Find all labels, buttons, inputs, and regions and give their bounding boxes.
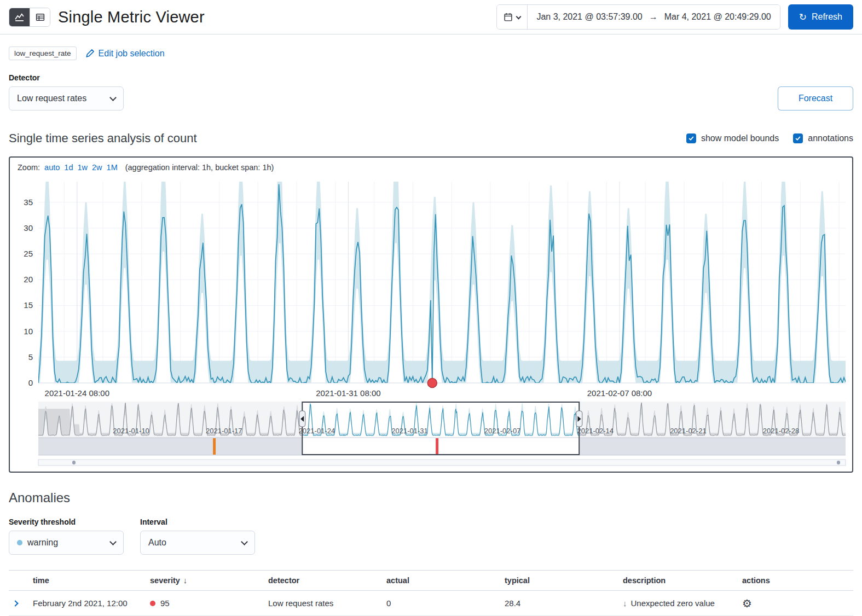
page-title: Single Metric Viewer	[58, 8, 205, 26]
anomalies-controls: Severity threshold warning Interval Auto	[9, 518, 853, 555]
zoom-1M-link[interactable]: 1M	[107, 163, 118, 172]
svg-text:2021-01-24 08:00: 2021-01-24 08:00	[45, 388, 109, 398]
show-model-bounds-label: show model bounds	[701, 133, 779, 143]
column-header-actions: actions	[742, 576, 853, 585]
interval-label: Interval	[140, 518, 255, 526]
anomalies-table: time severity↓ detector actual typical d…	[9, 570, 853, 616]
anomaly-description-text: Unexpected zero value	[631, 598, 715, 608]
detector-field: Detector Low request rates	[9, 73, 124, 111]
interval-value: Auto	[148, 538, 166, 548]
chart-view-button[interactable]	[9, 8, 30, 26]
detector-select[interactable]: Low request rates	[9, 86, 124, 111]
expand-row-button[interactable]	[9, 598, 22, 609]
severity-threshold-select[interactable]: warning	[9, 531, 124, 555]
chevron-down-icon	[109, 538, 117, 545]
svg-text:2021-02-14: 2021-02-14	[577, 427, 614, 435]
severity-threshold-value: warning	[27, 538, 58, 548]
anomaly-severity: 95	[150, 598, 268, 608]
chevron-down-icon	[516, 14, 522, 19]
row-actions-gear-button[interactable]: ⚙	[742, 598, 752, 609]
view-toggle-group	[9, 8, 50, 27]
chevron-right-icon	[12, 600, 18, 606]
zoom-label: Zoom:	[18, 163, 40, 172]
zoom-bar: Zoom: auto 1d 1w 2w 1M (aggregation inte…	[10, 162, 852, 176]
svg-text:20: 20	[24, 275, 33, 284]
svg-text:0: 0	[28, 378, 33, 387]
anomaly-actual: 0	[386, 598, 505, 608]
page-header: Single Metric Viewer Jan 3, 2021 @ 03:57…	[0, 0, 862, 34]
edit-job-selection-label: Edit job selection	[99, 49, 165, 59]
date-range-button[interactable]: Jan 3, 2021 @ 03:57:39.00 → Mar 4, 2021 …	[528, 5, 779, 29]
severity-threshold-label: Severity threshold	[9, 518, 124, 526]
series-section-header: Single time series analysis of count sho…	[9, 131, 853, 146]
series-section-title: Single time series analysis of count	[9, 131, 197, 146]
svg-text:2021-01-10: 2021-01-10	[113, 427, 149, 435]
job-badge: low_request_rate	[9, 47, 77, 60]
annotations-checkbox[interactable]: annotations	[793, 133, 853, 143]
interval-select[interactable]: Auto	[140, 531, 255, 555]
svg-text:35: 35	[24, 197, 33, 207]
svg-text:2021-01-17: 2021-01-17	[206, 427, 242, 435]
arrow-right-icon: →	[649, 12, 658, 22]
edit-job-selection-link[interactable]: Edit job selection	[85, 49, 165, 59]
svg-text:2021-02-21: 2021-02-21	[670, 427, 707, 435]
date-picker: Jan 3, 2021 @ 03:57:39.00 → Mar 4, 2021 …	[496, 4, 780, 30]
svg-text:2021-02-07 08:00: 2021-02-07 08:00	[587, 388, 652, 398]
anomalies-table-header: time severity↓ detector actual typical d…	[9, 570, 853, 591]
table-view-button[interactable]	[30, 8, 50, 26]
column-header-typical: typical	[505, 576, 623, 585]
severity-threshold-field: Severity threshold warning	[9, 518, 124, 555]
refresh-label: Refresh	[812, 12, 842, 22]
zoom-2w-link[interactable]: 2w	[92, 163, 102, 172]
column-header-severity[interactable]: severity↓	[150, 576, 268, 585]
column-header-detector: detector	[268, 576, 386, 585]
anomaly-table-row: February 2nd 2021, 12:00 95 Low request …	[9, 591, 853, 616]
data-table-icon	[36, 13, 45, 22]
pencil-icon	[85, 49, 95, 58]
chart-options: show model bounds annotations	[686, 133, 853, 143]
arrow-down-icon: ↓	[623, 598, 627, 608]
main-time-series-chart[interactable]: 051015202530352021-01-24 08:002021-01-31…	[10, 176, 850, 402]
svg-text:2021-01-31: 2021-01-31	[391, 427, 428, 435]
zoom-auto-link[interactable]: auto	[44, 163, 60, 172]
time-series-chart-panel: Zoom: auto 1d 1w 2w 1M (aggregation inte…	[9, 156, 853, 473]
svg-text:2021-02-28: 2021-02-28	[763, 427, 800, 435]
checkbox-checked-icon	[793, 133, 803, 143]
svg-text:10: 10	[24, 327, 33, 336]
anomaly-severity-score: 95	[160, 598, 170, 608]
anomaly-description: ↓ Unexpected zero value	[623, 598, 742, 608]
svg-text:2021-01-31 08:00: 2021-01-31 08:00	[316, 388, 380, 398]
zoom-1w-link[interactable]: 1w	[77, 163, 88, 172]
column-header-actual: actual	[386, 576, 505, 585]
forecast-button[interactable]: Forecast	[778, 86, 853, 111]
svg-text:2021-01-24: 2021-01-24	[299, 427, 335, 435]
detector-row: Detector Low request rates Forecast	[9, 73, 853, 111]
context-overview-chart[interactable]: 2021-01-102021-01-172021-01-242021-01-31…	[10, 402, 850, 468]
line-chart-icon	[15, 13, 24, 22]
checkbox-checked-icon	[686, 133, 696, 143]
chevron-down-icon	[241, 538, 248, 545]
anomaly-detector: Low request rates	[268, 598, 386, 608]
show-model-bounds-checkbox[interactable]: show model bounds	[686, 133, 779, 143]
warning-severity-dot-icon	[17, 540, 22, 545]
zoom-1d-link[interactable]: 1d	[64, 163, 73, 172]
sort-descending-icon: ↓	[183, 576, 187, 585]
refresh-button[interactable]: ↻ Refresh	[788, 4, 853, 30]
date-start-text: Jan 3, 2021 @ 03:57:39.00	[536, 12, 642, 22]
calendar-icon	[504, 13, 513, 22]
aggregation-note: (aggregation interval: 1h, bucket span: …	[125, 163, 274, 172]
svg-text:25: 25	[24, 249, 33, 258]
date-quick-select-button[interactable]	[497, 5, 528, 29]
chevron-down-icon	[109, 94, 117, 101]
detector-label: Detector	[9, 73, 124, 82]
annotations-label: annotations	[808, 133, 853, 143]
column-header-time: time	[33, 576, 150, 585]
svg-text:5: 5	[28, 352, 33, 362]
critical-severity-dot-icon	[150, 601, 155, 606]
anomalies-title: Anomalies	[9, 490, 853, 505]
detector-value: Low request rates	[17, 94, 86, 103]
anomaly-typical: 28.4	[505, 598, 623, 608]
svg-text:2021-02-07: 2021-02-07	[484, 427, 521, 435]
svg-text:15: 15	[24, 300, 33, 310]
column-header-description: description	[623, 576, 742, 585]
